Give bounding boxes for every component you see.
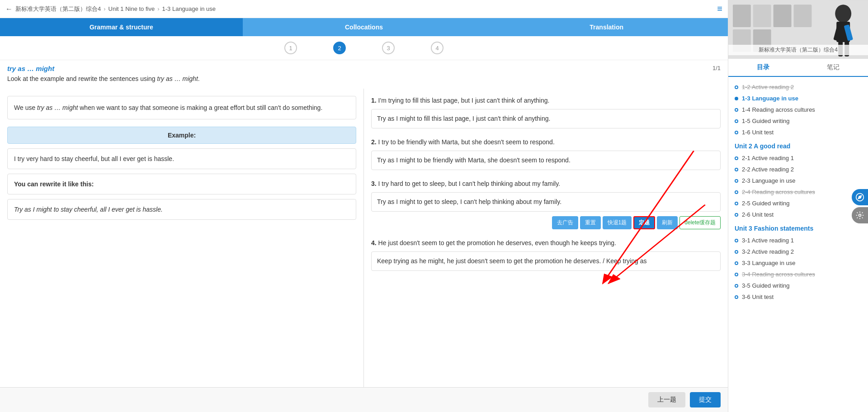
step-indicators: 1 2 3 4 <box>0 36 728 60</box>
question-3-answer: Try as I might to get to sleep, I can't … <box>371 192 721 212</box>
toc-item-1-6-unit-test[interactable]: 1-6 Unit test <box>735 127 862 138</box>
tab-grammar[interactable]: Grammar & structure <box>0 18 243 36</box>
question-3-text: 3. I try hard to get to sleep, but I can… <box>371 179 721 189</box>
step-3[interactable]: 3 <box>382 42 395 54</box>
toc-unit-2-title[interactable]: Unit 2 A good read <box>735 142 862 150</box>
toc-dot <box>735 190 738 194</box>
question-4-answer: Keep trying as he might, he just doesn't… <box>371 251 721 271</box>
toc-dot <box>735 284 738 288</box>
svg-rect-6 <box>774 5 792 27</box>
toc-unit-3-title[interactable]: Unit 3 Fashion statements <box>735 225 862 232</box>
toc-item-1-3-language-in-use[interactable]: 1-3 Language in use <box>735 93 862 104</box>
btn-qu-guang-gao[interactable]: 去广告 <box>552 216 578 229</box>
btn-ding-ti[interactable]: 定题 <box>633 216 655 229</box>
toc-dot <box>735 273 738 276</box>
toc-dot <box>735 239 738 242</box>
svg-point-10 <box>835 5 851 23</box>
question-1-answer: Try as I might to fill this last page, I… <box>371 109 721 128</box>
breadcrumb-sep-2: › <box>157 5 159 12</box>
breadcrumb-current: 1-3 Language in use <box>162 5 216 12</box>
toc-dot <box>735 156 738 160</box>
question-2-text: 2. I try to be friendly with Marta, but … <box>371 137 721 147</box>
question-4: 4. He just doesn't seem to get the promo… <box>371 238 721 271</box>
back-button[interactable]: ← <box>5 5 13 13</box>
sidebar-toc-content: 1-2 Active reading 2 1-3 Language in use… <box>728 77 868 412</box>
step-4[interactable]: 4 <box>431 42 443 54</box>
toc-dot-active <box>735 97 738 100</box>
toc-item-3-2[interactable]: 3-2 Active reading 2 <box>735 246 862 257</box>
section-subtitle: Look at the example and rewrite the sent… <box>7 75 200 82</box>
floating-icon-nav[interactable] <box>852 189 868 205</box>
toc-item-1-5-guided-writing[interactable]: 1-5 Guided writing <box>735 115 862 127</box>
red-arrows <box>364 89 728 387</box>
svg-rect-4 <box>733 5 751 27</box>
toc-dot <box>735 108 738 112</box>
question-2-answer: Try as I might to be friendly with Marta… <box>371 151 721 170</box>
submit-button[interactable]: 提交 <box>690 392 721 407</box>
toc-dot <box>735 261 738 265</box>
toc-item-2-4[interactable]: 2-4 Reading across cultures <box>735 186 862 198</box>
tab-collocations[interactable]: Collocations <box>243 18 486 36</box>
explanation-box: We use try as … might when we want to sa… <box>7 96 356 119</box>
right-panel: 1. I'm trying to fill this last page, bu… <box>364 89 728 387</box>
toc-item-2-3[interactable]: 2-3 Language in use <box>735 175 862 186</box>
step-2[interactable]: 2 <box>333 42 346 54</box>
toc-item-3-4[interactable]: 3-4 Reading across cultures <box>735 269 862 280</box>
breadcrumb-home[interactable]: 新标准大学英语（第二版）综合4 <box>15 5 101 13</box>
toc-item-3-1[interactable]: 3-1 Active reading 1 <box>735 235 862 246</box>
toc-item-1-2-active-reading-2[interactable]: 1-2 Active reading 2 <box>735 81 862 93</box>
sidebar-tab-toc[interactable]: 目录 <box>728 59 798 77</box>
toc-item-3-5[interactable]: 3-5 Guided writing <box>735 280 862 291</box>
breadcrumb: ← 新标准大学英语（第二版）综合4 › Unit 1 Nine to five … <box>5 5 216 13</box>
breadcrumb-unit[interactable]: Unit 1 Nine to five <box>108 5 155 12</box>
floating-icon-settings[interactable] <box>852 207 868 223</box>
breadcrumb-sep-1: › <box>104 5 105 12</box>
content-area: We use try as … might when we want to sa… <box>0 89 728 387</box>
toc-item-3-6[interactable]: 3-6 Unit test <box>735 291 862 303</box>
step-1[interactable]: 1 <box>284 42 297 54</box>
svg-point-18 <box>859 214 861 216</box>
toc-dot <box>735 85 738 89</box>
left-panel: We use try as … might when we want to sa… <box>0 89 364 387</box>
btn-quick-back[interactable]: 快退1题 <box>603 216 632 229</box>
toc-dot <box>735 202 738 205</box>
svg-marker-17 <box>858 195 861 199</box>
toc-item-2-5[interactable]: 2-5 Guided writing <box>735 198 862 209</box>
toc-item-3-3[interactable]: 3-3 Language in use <box>735 257 862 269</box>
toc-item-2-1[interactable]: 2-1 Active reading 1 <box>735 152 862 164</box>
rewrite-label: You can rewrite it like this: <box>7 174 356 194</box>
sidebar-image: 新标准大学英语（第二版）综合4 <box>728 0 868 59</box>
sidebar-tabs: 目录 笔记 <box>728 59 868 77</box>
sidebar-image-label: 新标准大学英语（第二版）综合4 <box>728 45 868 55</box>
example-sentence: I try very hard to stay cheerful, but al… <box>7 148 356 169</box>
btn-reset[interactable]: 重置 <box>580 216 601 229</box>
toc-dot <box>735 131 738 134</box>
page-indicator: 1/1 <box>712 65 721 71</box>
example-rewrite: Try as I might to stay cheerful, all I e… <box>7 199 356 220</box>
section-title: try as … might <box>7 65 200 72</box>
hamburger-menu[interactable]: ≡ <box>717 4 722 14</box>
toc-dot <box>735 168 738 171</box>
tab-translation[interactable]: Translation <box>485 18 728 36</box>
question-1: 1. I'm trying to fill this last page, bu… <box>371 96 721 128</box>
toc-dot <box>735 250 738 254</box>
btn-delete-cache[interactable]: delete缓存题 <box>679 216 721 229</box>
sidebar-tab-notes[interactable]: 笔记 <box>798 59 868 76</box>
toc-dot <box>735 179 738 183</box>
action-buttons: 去广告 重置 快退1题 定题 刷新 delete缓存题 <box>371 216 721 229</box>
toc-dot <box>735 213 738 217</box>
toc-item-1-4-reading-cultures[interactable]: 1-4 Reading across cultures <box>735 104 862 115</box>
example-header: Example: <box>7 127 356 144</box>
svg-rect-5 <box>753 5 771 27</box>
right-sidebar: 新标准大学英语（第二版）综合4 目录 笔记 1-2 Active reading… <box>728 0 868 412</box>
toc-item-2-6[interactable]: 2-6 Unit test <box>735 209 862 220</box>
toc-item-2-2[interactable]: 2-2 Active reading 2 <box>735 164 862 175</box>
prev-button[interactable]: 上一题 <box>648 392 685 407</box>
btn-refresh[interactable]: 刷新 <box>657 216 678 229</box>
toc-dot <box>735 119 738 123</box>
svg-rect-7 <box>794 5 812 27</box>
tab-bar: Grammar & structure Collocations Transla… <box>0 18 728 36</box>
question-1-text: 1. I'm trying to fill this last page, bu… <box>371 96 721 105</box>
question-4-text: 4. He just doesn't seem to get the promo… <box>371 238 721 248</box>
floating-icons <box>852 189 868 223</box>
